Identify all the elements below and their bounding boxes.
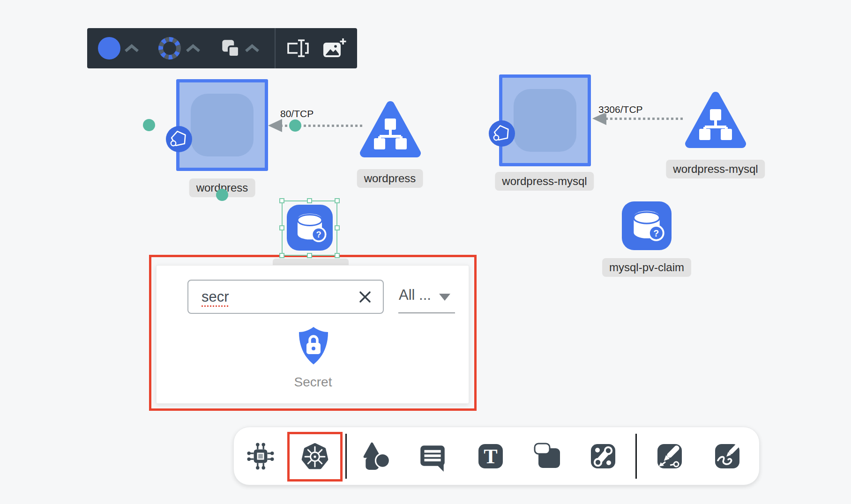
selection-handle[interactable] bbox=[335, 198, 340, 203]
shapes-icon bbox=[361, 441, 392, 472]
connection-point[interactable] bbox=[216, 189, 228, 201]
frame-tool-button[interactable] bbox=[533, 441, 564, 472]
dropdown-caret-icon[interactable] bbox=[439, 294, 450, 301]
frame-icon bbox=[533, 441, 564, 472]
search-query-text: secr bbox=[202, 289, 358, 305]
edge-connector[interactable] bbox=[605, 118, 685, 120]
comment-tool-button[interactable] bbox=[417, 441, 448, 472]
replace-image-button[interactable] bbox=[321, 37, 347, 59]
text-tool-button[interactable]: T bbox=[475, 441, 506, 472]
arrowhead-icon bbox=[268, 119, 282, 132]
stroke-style-expand-button[interactable] bbox=[185, 44, 202, 53]
search-input[interactable]: secr bbox=[187, 280, 384, 314]
dashed-ring-icon bbox=[157, 36, 182, 60]
database-question-icon: ? bbox=[287, 205, 333, 251]
pvc-node-selected[interactable]: ? bbox=[287, 205, 333, 251]
node-label[interactable]: wordpress-mysql bbox=[666, 160, 765, 178]
connector-link-icon bbox=[588, 441, 619, 472]
clear-search-icon[interactable] bbox=[358, 289, 373, 304]
rename-text-cursor-icon bbox=[284, 38, 311, 59]
infrastructure-tool-button[interactable] bbox=[245, 441, 276, 472]
svg-text:T: T bbox=[484, 445, 497, 468]
kubernetes-tool-button[interactable] bbox=[299, 441, 330, 472]
connector-tool-button[interactable] bbox=[588, 441, 619, 472]
palette-divider bbox=[345, 434, 347, 479]
deployment-node-wordpress-mysql[interactable] bbox=[499, 74, 591, 166]
image-plus-icon bbox=[321, 37, 347, 59]
circuit-chip-icon bbox=[245, 441, 276, 472]
node-label[interactable]: wordpress-mysql bbox=[495, 172, 594, 191]
resource-filter-dropdown[interactable]: All ... bbox=[399, 287, 431, 304]
fill-style-button[interactable] bbox=[98, 37, 120, 59]
secret-result-label[interactable]: Secret bbox=[266, 375, 360, 390]
edge-label[interactable]: 3306/TCP bbox=[598, 104, 643, 115]
comment-bubble-icon bbox=[417, 441, 448, 472]
chevron-up-icon bbox=[123, 44, 140, 53]
selection-handle[interactable] bbox=[279, 253, 284, 258]
resource-picker-popup: secr All ... Secret bbox=[156, 265, 469, 404]
copy-style-expand-button[interactable] bbox=[244, 44, 261, 53]
tool-palette: T bbox=[233, 427, 760, 485]
secret-result-icon[interactable] bbox=[297, 326, 330, 366]
pen-arrow-icon bbox=[654, 441, 685, 472]
pod-icon bbox=[488, 120, 515, 147]
palette-divider bbox=[635, 434, 637, 479]
chevron-up-icon bbox=[244, 44, 261, 53]
fill-color-swatch-icon bbox=[98, 37, 120, 59]
pen-connector-tool-button[interactable] bbox=[654, 441, 685, 472]
database-question-icon: ? bbox=[622, 201, 672, 250]
copy-style-button[interactable] bbox=[219, 37, 242, 59]
node-label[interactable]: mysql-pv-claim bbox=[602, 258, 691, 277]
connection-point[interactable] bbox=[289, 119, 301, 132]
rename-button[interactable] bbox=[284, 38, 311, 59]
svg-text:?: ? bbox=[316, 230, 321, 239]
service-node-wordpress-mysql[interactable] bbox=[684, 90, 747, 152]
connection-point[interactable] bbox=[143, 119, 155, 131]
fill-style-expand-button[interactable] bbox=[123, 44, 140, 53]
copy-style-icon bbox=[219, 37, 242, 59]
pencil-scribble-icon bbox=[712, 441, 743, 472]
selection-handle[interactable] bbox=[307, 253, 312, 258]
selection-handle[interactable] bbox=[279, 225, 284, 230]
selection-handle[interactable] bbox=[279, 198, 284, 203]
text-icon: T bbox=[475, 441, 506, 472]
selection-handle[interactable] bbox=[307, 198, 312, 203]
diagram-canvas[interactable]: wordpress 80/TCP wordpress wordpress-mys… bbox=[0, 0, 851, 504]
deployment-inner-shape bbox=[514, 89, 576, 152]
pod-icon bbox=[165, 126, 193, 153]
stroke-style-button[interactable] bbox=[157, 36, 182, 60]
deployment-node-wordpress[interactable] bbox=[176, 79, 268, 171]
deployment-inner-shape bbox=[191, 94, 254, 156]
selection-handle[interactable] bbox=[335, 253, 340, 258]
style-toolbar bbox=[87, 28, 357, 68]
pvc-node-mysql-pv-claim[interactable]: ? bbox=[622, 201, 672, 250]
toolbar-divider bbox=[275, 28, 276, 68]
freehand-draw-tool-button[interactable] bbox=[712, 441, 743, 472]
shapes-tool-button[interactable] bbox=[361, 441, 392, 472]
service-node-wordpress[interactable] bbox=[359, 100, 422, 162]
kubernetes-helm-icon bbox=[299, 441, 330, 472]
chevron-up-icon bbox=[185, 44, 202, 53]
edge-label[interactable]: 80/TCP bbox=[280, 108, 314, 119]
node-label[interactable]: wordpress bbox=[357, 169, 423, 188]
svg-text:?: ? bbox=[653, 228, 659, 238]
selection-handle[interactable] bbox=[335, 225, 340, 230]
dropdown-underline bbox=[398, 312, 455, 313]
